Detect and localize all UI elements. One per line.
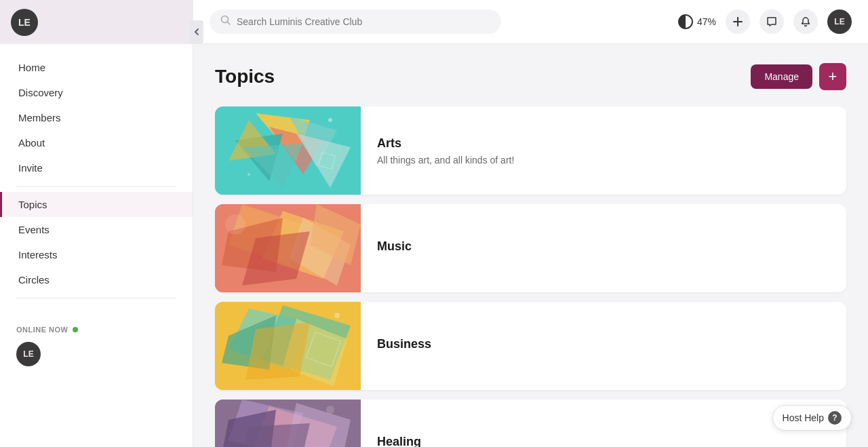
sidebar-item-events[interactable]: Events: [0, 217, 193, 242]
sidebar-item-members[interactable]: Members: [0, 105, 193, 130]
online-indicator: [73, 327, 78, 332]
notifications-button[interactable]: [793, 9, 818, 34]
topic-desc-arts: All things art, and all kinds of art!: [377, 155, 514, 166]
header-avatar[interactable]: LE: [827, 9, 852, 34]
brightness-icon[interactable]: [678, 14, 693, 29]
page-header-actions: Manage +: [751, 63, 846, 90]
header: 47% LE: [193, 0, 868, 44]
sidebar-collapse-button[interactable]: [190, 20, 203, 43]
sidebar-nav: Home Discovery Members About Invite Topi…: [0, 44, 193, 315]
topic-image-music: [215, 204, 361, 292]
sidebar-item-interests[interactable]: Interests: [0, 242, 193, 267]
svg-point-30: [334, 313, 340, 318]
brightness-value: 47%: [697, 16, 716, 27]
search-icon: [220, 15, 231, 28]
brightness-control[interactable]: 47%: [678, 14, 716, 29]
manage-button[interactable]: Manage: [751, 64, 812, 89]
topic-info-healing: Healing: [361, 400, 437, 447]
sidebar: LE Home Discovery Members About Invite T…: [0, 0, 193, 447]
topic-card-healing[interactable]: Healing: [215, 400, 846, 447]
sidebar-item-home[interactable]: Home: [0, 55, 193, 80]
avatar[interactable]: LE: [11, 9, 38, 36]
header-actions: 47% LE: [678, 9, 852, 34]
chat-button[interactable]: [760, 9, 784, 34]
topic-card-business[interactable]: Business: [215, 302, 846, 390]
svg-point-22: [225, 214, 245, 235]
online-now-label: ONLINE NOW: [16, 326, 176, 334]
topic-image-business: [215, 302, 361, 390]
main-area: 47% LE: [193, 0, 868, 447]
topic-image-arts: [215, 106, 361, 195]
sidebar-avatar-area: LE: [0, 0, 193, 44]
sidebar-item-discovery[interactable]: Discovery: [0, 80, 193, 105]
page-title: Topics: [215, 66, 275, 88]
add-button[interactable]: [726, 9, 750, 34]
host-help-button[interactable]: Host Help ?: [772, 405, 852, 431]
sidebar-item-topics[interactable]: Topics: [0, 192, 193, 217]
online-user-avatar[interactable]: LE: [16, 342, 41, 366]
search-input[interactable]: [237, 16, 490, 27]
svg-point-37: [326, 406, 334, 414]
topic-name-healing: Healing: [377, 435, 421, 448]
content-area: Topics Manage +: [193, 44, 868, 447]
topic-name-arts: Arts: [377, 136, 514, 151]
host-help-label: Host Help: [783, 412, 824, 423]
topic-image-healing: [215, 400, 361, 447]
add-topic-button[interactable]: +: [819, 63, 846, 90]
topic-info-business: Business: [361, 302, 448, 390]
topic-info-music: Music: [361, 204, 428, 292]
sidebar-item-invite[interactable]: Invite: [0, 155, 193, 180]
svg-point-13: [248, 173, 250, 176]
topic-name-music: Music: [377, 239, 412, 254]
sidebar-divider-1: [16, 186, 176, 187]
topic-info-arts: Arts All things art, and all kinds of ar…: [361, 106, 530, 195]
topic-card-music[interactable]: Music: [215, 204, 846, 292]
topic-name-business: Business: [377, 337, 431, 351]
page-header: Topics Manage +: [215, 63, 846, 90]
search-bar[interactable]: [210, 9, 501, 34]
sidebar-item-circles[interactable]: Circles: [0, 267, 193, 292]
help-icon: ?: [828, 411, 842, 425]
svg-line-1: [228, 22, 231, 25]
svg-point-12: [328, 118, 332, 122]
sidebar-divider-2: [16, 298, 176, 298]
sidebar-item-about[interactable]: About: [0, 130, 193, 155]
online-now-section: ONLINE NOW LE: [0, 315, 193, 377]
topic-card-arts[interactable]: Arts All things art, and all kinds of ar…: [215, 106, 846, 195]
